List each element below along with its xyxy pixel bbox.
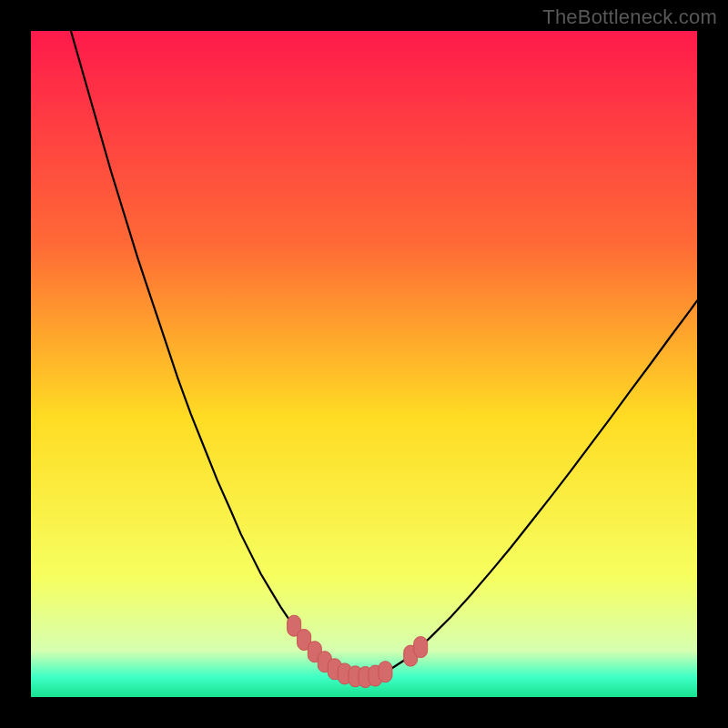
plot-area: [31, 31, 697, 697]
gradient-background: [31, 31, 697, 697]
curve-marker: [414, 637, 428, 658]
curve-marker: [379, 662, 392, 682]
attribution-text: TheBottleneck.com: [542, 5, 717, 29]
bottleneck-chart: [31, 31, 697, 697]
image-frame: TheBottleneck.com: [0, 0, 728, 728]
